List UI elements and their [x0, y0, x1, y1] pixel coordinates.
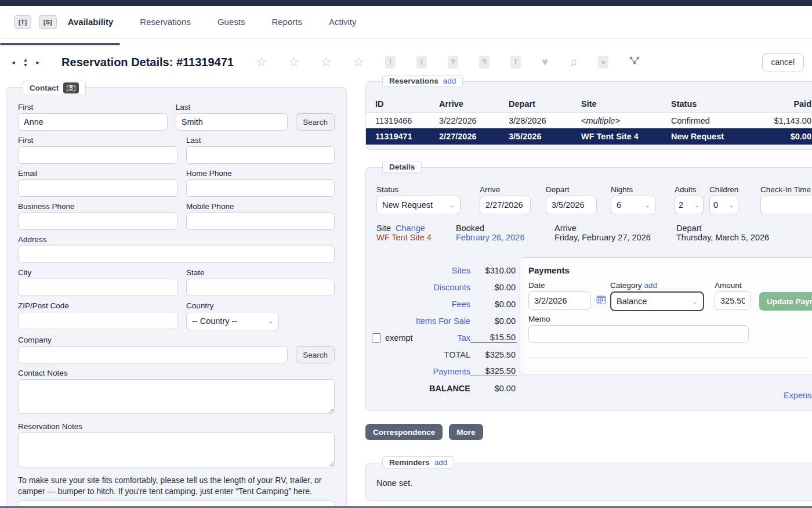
prev-record-icon[interactable]: ◂ [12, 59, 15, 65]
cell-id: 11319466 [375, 116, 439, 125]
booked-date-link[interactable]: February 26, 2026 [456, 233, 525, 242]
reminders-add-link[interactable]: add [434, 458, 448, 467]
expenses-link[interactable]: Expenses [784, 391, 812, 400]
chevron-down-icon: ⌄ [449, 201, 455, 209]
alert-flag-icon-3[interactable]: ! [510, 56, 521, 69]
children-select[interactable]: 0 ⌄ [709, 196, 738, 214]
active-tab-underline [0, 43, 120, 45]
details-controls-row: Status New Request ⌄ Arrive Depart Night… [366, 185, 812, 222]
question-flag-icon-1[interactable]: ? [448, 56, 458, 69]
nights-select[interactable]: 6 ⌄ [611, 196, 656, 214]
table-row[interactable]: 11319466 3/22/2026 3/28/2026 <multiple> … [366, 112, 812, 128]
tab-guests[interactable]: Guests [217, 17, 245, 27]
update-payment-button[interactable]: Update Payment [759, 292, 812, 311]
star-rating-icon-1[interactable]: ☆ [256, 55, 267, 70]
first-name-2-input[interactable] [18, 146, 178, 164]
question-flag-icon-2[interactable]: ? [479, 56, 490, 69]
tab-activity[interactable]: Activity [329, 17, 357, 27]
reservation-notes-textarea[interactable] [18, 433, 335, 467]
tax-amount: $15.50 [470, 333, 517, 343]
more-button[interactable]: More [449, 424, 483, 440]
cell-status: New Request [671, 132, 761, 141]
star-rating-icon-4[interactable]: ☆ [353, 55, 364, 70]
contact-notes-textarea[interactable] [18, 379, 335, 414]
last-name-2-input[interactable] [186, 146, 335, 164]
checkin-time-label: Check-In Time [760, 185, 812, 194]
city-label: City [18, 268, 178, 277]
home-phone-label: Home Phone [186, 169, 335, 178]
down-record-icon[interactable]: ▾ [24, 62, 27, 67]
state-input[interactable] [186, 279, 335, 296]
reservations-add-link[interactable]: add [443, 77, 456, 85]
home-phone-input[interactable] [186, 179, 335, 197]
arrive-date-input[interactable] [480, 196, 531, 214]
reminders-legend: Reminders add [382, 456, 454, 469]
contact-legend: Contact [23, 81, 86, 95]
mobile-phone-input[interactable] [186, 212, 335, 230]
cell-depart: 3/28/2026 [509, 116, 581, 125]
correspondence-button[interactable]: Correspondence [365, 424, 443, 440]
contact-search-button[interactable]: Search [296, 113, 335, 131]
items-for-sale-link[interactable]: Items For Sale [372, 316, 470, 326]
zip-input[interactable] [18, 312, 178, 329]
email-input[interactable] [18, 179, 178, 197]
fees-link[interactable]: Fees [418, 300, 470, 309]
cancel-button[interactable]: cancel [762, 53, 804, 71]
page-title: Reservation Details: #11319471 [61, 56, 234, 69]
details-dates-row: Site Change WF Tent Site 4 Booked Februa… [366, 224, 812, 253]
chevrons-right-icon[interactable]: » [598, 56, 608, 69]
adults-select[interactable]: 2 ⌄ [675, 196, 704, 214]
cell-depart: 3/5/2026 [509, 132, 581, 141]
address-input[interactable] [18, 246, 335, 263]
payments-divider [527, 358, 809, 358]
alert-flag-icon-2[interactable]: ! [416, 56, 427, 69]
status-select[interactable]: New Request ⌄ [376, 196, 461, 214]
payment-amount-input[interactable] [715, 291, 751, 310]
payment-category-select[interactable]: Balance ⌄ [610, 291, 704, 311]
category-label-text: Category [610, 281, 642, 290]
adults-label: Adults [675, 185, 704, 194]
nights-label: Nights [611, 185, 656, 194]
zip-label: ZIP/Post Code [18, 301, 178, 310]
details-legend: Details [382, 161, 422, 173]
t-shortcut-button[interactable]: [T] [14, 15, 31, 29]
group-share-icon[interactable] [629, 56, 640, 69]
company-input[interactable] [18, 346, 288, 363]
depart-long-label: Depart [676, 224, 702, 233]
sites-link[interactable]: Sites [418, 266, 470, 275]
category-add-link[interactable]: add [644, 281, 658, 290]
address-label: Address [18, 235, 335, 244]
music-note-icon[interactable]: ♫ [569, 56, 577, 69]
s-shortcut-button[interactable]: [S] [39, 15, 57, 29]
calendar-icon[interactable] [596, 295, 606, 307]
tax-exempt-checkbox[interactable] [372, 333, 381, 343]
company-search-button[interactable]: Search [296, 346, 335, 363]
payment-date-input[interactable] [528, 291, 591, 310]
heart-icon[interactable]: ♥ [542, 56, 548, 69]
window-top-bar [0, 0, 812, 6]
payments-title: Payments [528, 265, 812, 275]
next-record-icon[interactable]: ▸ [37, 59, 40, 65]
checkin-time-input[interactable] [760, 196, 812, 214]
tax-link[interactable]: Tax [418, 333, 470, 343]
city-input[interactable] [18, 279, 178, 296]
tab-availability[interactable]: Availability [68, 17, 114, 27]
depart-date-input[interactable] [546, 196, 597, 214]
payment-memo-input[interactable] [528, 325, 749, 343]
star-rating-icon-2[interactable]: ☆ [288, 55, 300, 70]
discounts-link[interactable]: Discounts [418, 283, 470, 292]
business-phone-input[interactable] [18, 212, 178, 230]
table-row-selected[interactable]: 11319471 2/27/2026 3/5/2026 WF Tent Site… [366, 128, 812, 145]
first-name-input[interactable] [18, 113, 168, 131]
tab-reports[interactable]: Reports [271, 17, 302, 27]
payment-amount-label: Amount [715, 281, 751, 290]
site-change-link[interactable]: Change [396, 224, 425, 233]
star-rating-icon-3[interactable]: ☆ [320, 55, 332, 70]
last-name-input[interactable] [176, 113, 288, 131]
payments-link[interactable]: Payments [418, 367, 470, 376]
details-section: Details Status New Request ⌄ Arrive Depa… [365, 167, 812, 411]
tab-reservations[interactable]: Reservations [140, 17, 191, 27]
alert-flag-icon-1[interactable]: ! [385, 56, 396, 69]
country-select[interactable]: -- Country -- ⌄ [186, 312, 279, 330]
camera-icon[interactable] [63, 82, 79, 93]
